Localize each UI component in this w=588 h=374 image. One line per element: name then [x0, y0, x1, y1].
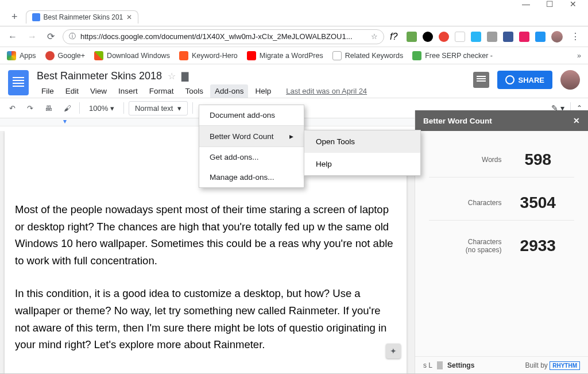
extension-icons: [407, 32, 546, 42]
move-folder-icon[interactable]: ▇: [181, 71, 188, 82]
print-button[interactable]: 🖶: [41, 102, 56, 115]
site-info-icon[interactable]: ⓘ: [69, 32, 76, 41]
sidebar-title: Better Word Count: [423, 117, 492, 125]
window-min-button[interactable]: —: [522, 0, 530, 9]
zoom-select[interactable]: 100% ▾: [84, 102, 119, 115]
browser-menu-button[interactable]: ⋮: [568, 31, 582, 42]
gplus-bookmark[interactable]: Google+: [45, 51, 86, 60]
share-label: SHARE: [518, 76, 544, 84]
bm-label: Keyword-Hero: [192, 52, 238, 60]
ext-cloud-icon[interactable]: [535, 32, 546, 42]
tab-title: Best Rainmeter Skins 201: [44, 13, 123, 21]
menu-tools[interactable]: Tools: [181, 84, 208, 98]
toggle-icon[interactable]: [437, 361, 443, 369]
last-edit-link[interactable]: Last edit was on April 24: [286, 87, 367, 95]
stat-label: Characters(no spaces): [429, 238, 502, 255]
stat-value: 2933: [502, 237, 575, 255]
menu-file[interactable]: File: [37, 84, 59, 98]
submenu-arrow-icon: ▸: [289, 132, 293, 141]
menu-help[interactable]: Help: [250, 84, 276, 98]
star-document-icon[interactable]: ☆: [168, 71, 176, 82]
sidebar-footer: s L Settings Built by RHYTHM: [415, 356, 588, 374]
bookmark-star-icon[interactable]: ☆: [371, 32, 378, 41]
paragraph[interactable]: In this condition, it is a good idea to …: [15, 285, 396, 353]
font-ext-icon[interactable]: f?: [390, 32, 397, 42]
ext-blue-icon[interactable]: [471, 32, 481, 42]
bwc-submenu: Open Tools Help: [304, 130, 421, 176]
ext-fb-icon[interactable]: [503, 32, 513, 42]
migrate-bookmark[interactable]: Migrate a WordPres: [247, 51, 323, 60]
menu-view[interactable]: View: [86, 84, 111, 98]
bwc-sidebar: Better Word Count ✕ Words 598 Characters…: [415, 110, 588, 374]
bookmarks-bar: Apps Google+ Download Windows Keyword-He…: [0, 47, 588, 64]
window-max-button[interactable]: ☐: [546, 0, 554, 9]
forward-button[interactable]: →: [25, 29, 39, 44]
addons-dropdown: Document add-ons Better Word Count ▸ Get…: [199, 105, 304, 188]
rk-bookmark[interactable]: Related Keywords: [332, 51, 403, 60]
bm-label: Download Windows: [107, 52, 170, 60]
serp-bookmark[interactable]: Free SERP checker -: [412, 51, 493, 60]
stat-characters-nospaces: Characters(no spaces) 2933: [429, 229, 574, 263]
browser-tab[interactable]: Best Rainmeter Skins 201 ✕: [26, 10, 139, 24]
bookmarks-overflow-icon[interactable]: »: [577, 52, 581, 60]
redo-button[interactable]: ↷: [24, 102, 37, 115]
account-avatar-icon[interactable]: [560, 70, 580, 90]
bm-label: Free SERP checker -: [425, 52, 493, 60]
menu-item-manage-addons[interactable]: Manage add-ons...: [199, 167, 304, 187]
menu-edit[interactable]: Edit: [61, 84, 83, 98]
docs-favicon-icon: [32, 13, 40, 21]
kh-bookmark[interactable]: Keyword-Hero: [179, 51, 238, 60]
ext-f-icon[interactable]: [519, 32, 529, 42]
stat-value: 598: [502, 151, 575, 169]
paragraph-style-select[interactable]: Normal text ▾: [129, 101, 188, 115]
reload-button[interactable]: ⟳: [45, 29, 57, 44]
ext-k-icon[interactable]: [423, 32, 433, 42]
docs-header: Best Rainmeter Skins 2018 ☆ ▇ File Edit …: [0, 64, 588, 98]
menu-insert[interactable]: Insert: [114, 84, 142, 98]
ext-camera-icon[interactable]: [487, 32, 497, 42]
browser-toolbar: ← → ⟳ ⓘ https://docs.google.com/document…: [0, 26, 588, 47]
bm-label: Related Keywords: [345, 52, 403, 60]
undo-button[interactable]: ↶: [6, 102, 19, 115]
paragraph[interactable]: Most of the people nowadays spent most o…: [15, 201, 396, 269]
back-button[interactable]: ←: [6, 29, 20, 44]
browser-tabstrip: + Best Rainmeter Skins 201 ✕: [0, 8, 588, 26]
dlwin-bookmark[interactable]: Download Windows: [94, 51, 170, 60]
tab-close-icon[interactable]: ✕: [126, 13, 132, 21]
sidebar-close-button[interactable]: ✕: [573, 116, 580, 125]
bm-label: Migrate a WordPres: [260, 52, 323, 60]
ext-red-icon[interactable]: [439, 32, 449, 42]
docs-menubar: File Edit View Insert Format Tools Add-o…: [37, 84, 473, 98]
stat-words: Words 598: [429, 142, 574, 178]
bm-label: Google+: [58, 52, 86, 60]
new-tab-button[interactable]: +: [7, 9, 22, 25]
stat-label: Characters: [429, 199, 502, 207]
ext-beta-icon[interactable]: [407, 32, 417, 42]
apps-bookmark[interactable]: Apps: [7, 51, 36, 60]
apps-label: Apps: [20, 52, 36, 60]
url-text: https://docs.google.com/document/d/1X40X…: [80, 32, 366, 41]
rhythm-link[interactable]: RHYTHM: [550, 361, 580, 370]
profile-avatar-icon[interactable]: [551, 31, 563, 43]
share-button[interactable]: SHARE: [497, 71, 552, 89]
docs-logo-icon[interactable]: [8, 70, 29, 95]
menu-item-better-word-count[interactable]: Better Word Count ▸: [199, 126, 304, 146]
address-bar[interactable]: ⓘ https://docs.google.com/document/d/1X4…: [63, 29, 384, 44]
settings-link[interactable]: Settings: [447, 361, 474, 369]
explore-button[interactable]: ✦: [386, 344, 401, 358]
window-close-button[interactable]: ✕: [570, 0, 577, 9]
paint-format-button[interactable]: 🖌: [60, 102, 75, 115]
menu-addons[interactable]: Add-ons: [210, 84, 248, 98]
submenu-help[interactable]: Help: [304, 153, 420, 175]
stat-value: 3504: [502, 194, 575, 212]
comments-button[interactable]: [473, 72, 489, 88]
menu-item-get-addons[interactable]: Get add-ons...: [199, 147, 304, 167]
ext-95-icon[interactable]: [455, 32, 465, 42]
menu-format[interactable]: Format: [145, 84, 179, 98]
menu-item-label: Better Word Count: [210, 132, 274, 141]
submenu-open-tools[interactable]: Open Tools: [304, 130, 420, 153]
document-title[interactable]: Best Rainmeter Skins 2018: [37, 70, 162, 82]
window-controls: — ☐ ✕: [0, 0, 588, 8]
menu-item-document-addons[interactable]: Document add-ons: [199, 105, 304, 125]
sl-indicator: s L: [423, 361, 432, 369]
